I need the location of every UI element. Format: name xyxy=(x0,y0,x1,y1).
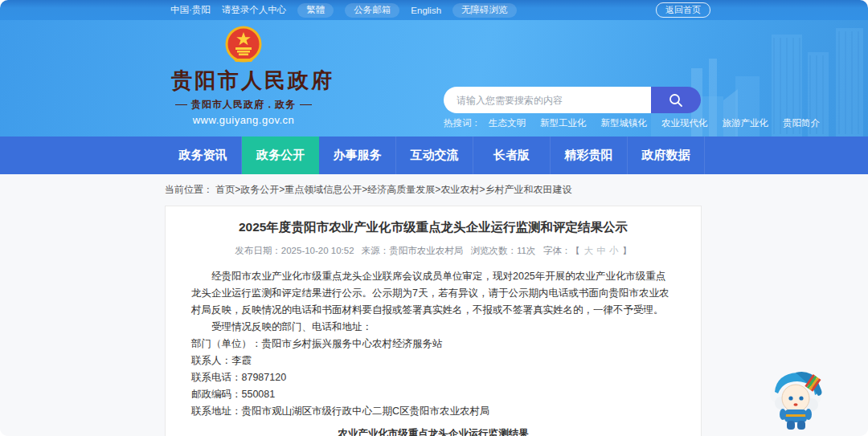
mascot-image[interactable] xyxy=(764,363,833,432)
hot-word-industry[interactable]: 新型工业化 xyxy=(540,117,587,129)
site-banner: 贵阳市人民政府 贵阳市人民政府．政务 www.guiyang.gov.cn 热搜… xyxy=(0,20,868,137)
main-content-area: 当前位置： 首页>政务公开>重点领域信息公开>经济高质量发展>农业农村>乡村产业… xyxy=(0,174,868,436)
search-icon xyxy=(668,92,684,108)
site-subtitle: 贵阳市人民政府．政务 xyxy=(171,98,316,112)
topbar-link-english[interactable]: English xyxy=(411,6,441,15)
search-bar xyxy=(444,87,701,113)
font-size-large[interactable]: 大 xyxy=(584,246,594,255)
topbar-link-login[interactable]: 请登录个人中心 xyxy=(222,4,287,16)
contact-phone: 联系电话：87987120 xyxy=(191,369,675,386)
top-utility-bar: 中国·贵阳 请登录个人中心 繁體 公务邮箱 English 无障碍浏览 返回首页 xyxy=(0,0,868,20)
article-meta: 发布日期：2025-10-20 10:52 来源：贵阳市农业农村局 浏览次数：1… xyxy=(191,245,675,257)
nav-item-senior-version[interactable]: 长者版 xyxy=(473,137,551,174)
site-url: www.guiyang.gov.cn xyxy=(171,114,316,126)
search-input[interactable] xyxy=(444,87,651,113)
topbar-link-accessibility[interactable]: 无障碍浏览 xyxy=(452,3,517,18)
hot-word-agriculture[interactable]: 农业现代化 xyxy=(661,117,708,129)
hot-search-row: 热搜词： 生态文明 新型工业化 新型城镇化 农业现代化 旅游产业化 贵阳简介 xyxy=(444,117,834,129)
back-to-home-button[interactable]: 返回首页 xyxy=(656,2,710,18)
national-emblem-icon xyxy=(225,25,262,65)
main-nav: 政务资讯 政务公开 办事服务 互动交流 长者版 精彩贵阳 政府数据 xyxy=(0,137,868,174)
hot-word-eco[interactable]: 生态文明 xyxy=(489,117,526,129)
nav-item-splendid-guiyang[interactable]: 精彩贵阳 xyxy=(551,137,628,174)
topbar-link-official-mail[interactable]: 公务邮箱 xyxy=(345,3,399,18)
breadcrumb-label: 当前位置： xyxy=(165,184,213,195)
font-size-medium[interactable]: 中 xyxy=(596,246,606,255)
article-source: 来源：贵阳市农业农村局 xyxy=(362,246,464,255)
paragraph-notice: 经贵阳市农业产业化市级重点龙头企业联席会议成员单位审定，现对2025年开展的农业… xyxy=(191,268,675,319)
site-title: 贵阳市人民政府 xyxy=(171,67,316,95)
search-button[interactable] xyxy=(651,87,701,113)
contact-department: 部门（单位）：贵阳市乡村振兴服务中心农村经济服务站 xyxy=(191,336,675,352)
breadcrumb: 当前位置： 首页>政务公开>重点领域信息公开>经济高质量发展>农业农村>乡村产业… xyxy=(0,174,868,197)
breadcrumb-path[interactable]: 首页>政务公开>重点领域信息公开>经济高质量发展>农业农村>乡村产业和农田建设 xyxy=(215,184,571,195)
browser-page: 中国·贵阳 请登录个人中心 繁體 公务邮箱 English 无障碍浏览 返回首页 xyxy=(0,0,868,436)
font-size-label: 字体：【 xyxy=(543,246,580,255)
article-body: 经贵阳市农业产业化市级重点龙头企业联席会议成员单位审定，现对2025年开展的农业… xyxy=(191,268,675,420)
view-count: 浏览次数：11次 xyxy=(471,246,536,255)
site-logo-block[interactable]: 贵阳市人民政府 贵阳市人民政府．政务 www.guiyang.gov.cn xyxy=(171,25,316,126)
hot-word-urbanization[interactable]: 新型城镇化 xyxy=(601,117,648,129)
paragraph-feedback-intro: 受理情况反映的部门、电话和地址： xyxy=(191,319,675,336)
nav-item-gov-data[interactable]: 政府数据 xyxy=(628,137,705,174)
hot-word-tourism[interactable]: 旅游产业化 xyxy=(723,117,769,129)
topbar-link-china-guiyang[interactable]: 中国·贵阳 xyxy=(170,4,211,16)
publish-date: 发布日期：2025-10-20 10:52 xyxy=(235,246,354,255)
article-title: 2025年度贵阳市农业产业化市级重点龙头企业运行监测和评定结果公示 xyxy=(191,219,675,235)
contact-person: 联系人：李霞 xyxy=(191,352,675,369)
nav-item-interaction[interactable]: 互动交流 xyxy=(396,137,473,174)
contact-address: 联系地址：贵阳市观山湖区市级行政中心二期C区贵阳市农业农村局 xyxy=(191,403,675,420)
article-card: 2025年度贵阳市农业产业化市级重点龙头企业运行监测和评定结果公示 发布日期：2… xyxy=(165,206,702,436)
font-size-small[interactable]: 小 xyxy=(609,246,619,255)
font-size-bracket: 】 xyxy=(622,246,632,255)
hot-search-label: 热搜词： xyxy=(444,117,481,129)
hot-word-guiyang-intro[interactable]: 贵阳简介 xyxy=(783,117,820,129)
table-caption: 农业产业化市级重点龙头企业运行监测结果 xyxy=(191,427,675,436)
nav-item-services[interactable]: 办事服务 xyxy=(319,137,396,174)
nav-item-gov-affairs-open[interactable]: 政务公开 xyxy=(242,137,319,174)
nav-item-news[interactable]: 政务资讯 xyxy=(165,137,242,174)
topbar-link-traditional[interactable]: 繁體 xyxy=(297,3,334,18)
contact-zipcode: 邮政编码：550081 xyxy=(191,386,675,403)
